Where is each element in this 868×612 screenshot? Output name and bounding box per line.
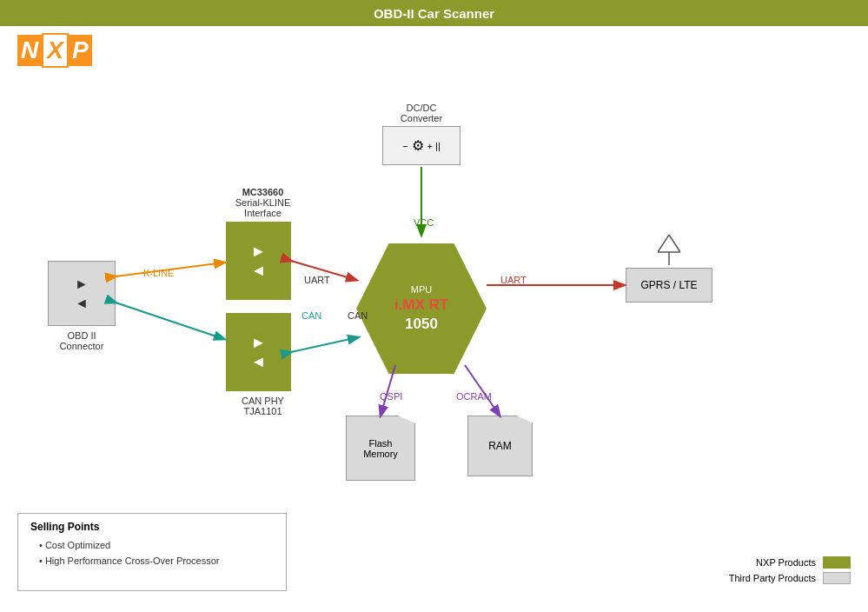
flash-memory-box: Flash Memory — [346, 416, 415, 481]
legend-nxp: NXP Products — [756, 556, 851, 569]
header-title: OBD-II Car Scanner — [374, 6, 494, 21]
third-party-label: Third Party Products — [729, 573, 816, 583]
qspi-label: QSPI — [380, 391, 402, 402]
mpu-hexagon: MPU i.MX RT 1050 — [356, 243, 487, 374]
legend-item-1: • Cost Optimized — [39, 538, 274, 554]
mc33660-label: MC33660 Serial-KLINE Interface — [222, 187, 304, 218]
logo-p: P — [69, 35, 92, 66]
nxp-swatch — [823, 556, 851, 569]
gprs-lte-box: GPRS / LTE — [626, 268, 712, 303]
svg-marker-0 — [658, 235, 680, 252]
ram-box: RAM — [467, 416, 533, 476]
nxp-logo: N X P — [17, 33, 92, 68]
mpu-text: MPU i.MX RT 1050 — [394, 283, 448, 334]
svg-line-6 — [291, 337, 358, 352]
dcdc-box: − ⚙ + || — [382, 126, 461, 165]
kline-label: K-LINE — [143, 268, 174, 278]
obd-label: OBD II Connector — [48, 330, 116, 351]
dcdc-label: DC/DC Converter — [387, 103, 456, 123]
dcdc-minus: − — [402, 141, 407, 151]
legend-box: Selling Points • Cost Optimized • High P… — [17, 513, 287, 591]
uart-left-label: UART — [304, 275, 330, 285]
legend-title: Selling Points — [30, 521, 274, 533]
header: OBD-II Car Scanner — [0, 0, 868, 26]
gprs-label: GPRS / LTE — [640, 279, 697, 291]
arrow-left-icon: ◄ — [75, 296, 89, 311]
dcdc-plus: + || — [427, 141, 441, 151]
can-left-label: CAN — [301, 310, 321, 321]
legend-item-2: • High Performance Cross-Over Processor — [39, 554, 274, 569]
mpu-container: MPU i.MX RT 1050 — [356, 235, 487, 382]
ocram-label: OCRAM — [456, 391, 492, 402]
antenna-icon — [658, 235, 680, 265]
logo-n: N — [17, 35, 42, 66]
can-right-label: CAN — [348, 310, 368, 321]
legend-right: NXP Products Third Party Products — [729, 556, 851, 584]
mc33660-box: ► ◄ — [226, 222, 291, 300]
gear-icon: ⚙ — [412, 137, 424, 154]
logo-area: N X P — [17, 33, 92, 68]
ram-label: RAM — [488, 440, 512, 452]
flash-label: Flash Memory — [363, 438, 398, 459]
nxp-products-label: NXP Products — [756, 557, 816, 568]
can-phy-label: CAN PHY TJA1101 — [222, 396, 304, 416]
obd-connector-box: ► ◄ — [48, 261, 116, 326]
logo-x: X — [42, 33, 69, 68]
vcc-label: VCC — [414, 217, 434, 228]
legend-third-party: Third Party Products — [729, 572, 851, 584]
third-party-swatch — [823, 572, 851, 584]
uart-right-label: UART — [500, 275, 527, 285]
can-phy-box: ► ◄ — [226, 313, 291, 391]
arrow-right-icon: ► — [75, 276, 89, 292]
svg-line-4 — [116, 303, 224, 339]
